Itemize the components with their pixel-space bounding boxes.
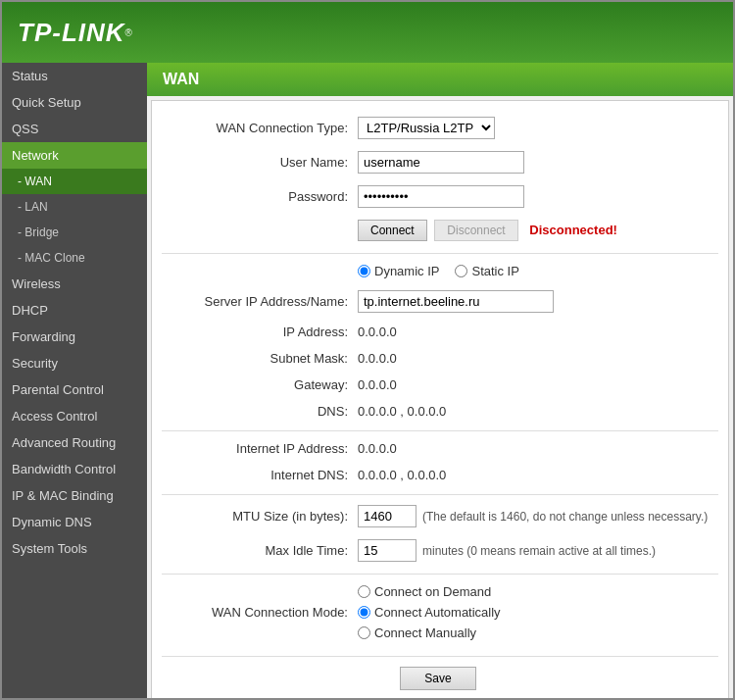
main-content: WAN WAN Connection Type: L2TP/Russia L2T… xyxy=(147,63,733,698)
mode-auto-label[interactable]: Connect Automatically xyxy=(358,605,501,620)
sidebar-item-wan[interactable]: - WAN xyxy=(2,169,147,194)
mode-manual-radio[interactable] xyxy=(358,626,370,639)
sidebar-item-ip-mac-binding[interactable]: IP & MAC Binding xyxy=(2,482,147,509)
sidebar-item-dynamic-dns[interactable]: Dynamic DNS xyxy=(2,509,147,535)
ip-address-label: IP Address: xyxy=(162,325,358,339)
connect-buttons: Connect Disconnect Disconnected! xyxy=(358,220,617,241)
logo: TP-LINK xyxy=(18,18,125,48)
disconnected-status: Disconnected! xyxy=(529,223,617,237)
wan-mode-options: Connect on Demand Connect Automatically xyxy=(358,584,501,640)
ip-address-value: 0.0.0.0 xyxy=(358,325,397,339)
sidebar-item-access-control[interactable]: Access Control xyxy=(2,403,147,429)
idle-note: minutes (0 means remain active at all ti… xyxy=(422,544,656,558)
mode-on-demand-label[interactable]: Connect on Demand xyxy=(358,584,501,599)
mode-auto-radio[interactable] xyxy=(358,606,370,619)
wan-type-row: WAN Connection Type: L2TP/Russia L2TP xyxy=(162,117,718,139)
password-label: Password: xyxy=(162,189,358,204)
save-row: Save xyxy=(162,656,718,690)
ip-type-group: Dynamic IP Static IP xyxy=(162,264,718,278)
header: TP-LINK® xyxy=(2,2,733,63)
sidebar-item-wireless[interactable]: Wireless xyxy=(2,271,147,297)
internet-ip-label: Internet IP Address: xyxy=(162,441,358,456)
wan-type-value: L2TP/Russia L2TP xyxy=(358,117,495,139)
subnet-mask-value: 0.0.0.0 xyxy=(358,351,397,366)
sidebar-item-mac-clone[interactable]: - MAC Clone xyxy=(2,245,147,271)
sidebar-item-bandwidth-control[interactable]: Bandwidth Control xyxy=(2,456,147,482)
sidebar-item-status[interactable]: Status xyxy=(2,63,147,89)
sidebar-item-parental-control[interactable]: Parental Control xyxy=(2,376,147,403)
sidebar-item-lan[interactable]: - LAN xyxy=(2,194,147,220)
server-ip-row: Server IP Address/Name: xyxy=(162,290,718,313)
subnet-mask-row: Subnet Mask: 0.0.0.0 xyxy=(162,351,718,366)
save-button[interactable]: Save xyxy=(400,667,475,690)
body-area: StatusQuick SetupQSSNetwork- WAN- LAN- B… xyxy=(2,63,733,698)
wan-type-label: WAN Connection Type: xyxy=(162,121,358,135)
sidebar-item-quick-setup[interactable]: Quick Setup xyxy=(2,89,147,116)
dynamic-ip-label[interactable]: Dynamic IP xyxy=(358,264,439,278)
sidebar-item-advanced-routing[interactable]: Advanced Routing xyxy=(2,429,147,456)
dns-row: DNS: 0.0.0.0 , 0.0.0.0 xyxy=(162,404,718,419)
idle-row: Max Idle Time: minutes (0 means remain a… xyxy=(162,539,718,562)
sidebar-item-dhcp[interactable]: DHCP xyxy=(2,297,147,324)
wan-mode-row: WAN Connection Mode: Connect on Demand xyxy=(162,584,718,640)
sidebar-item-security[interactable]: Security xyxy=(2,350,147,376)
mtu-note: (The default is 1460, do not change unle… xyxy=(422,510,708,524)
gateway-value: 0.0.0.0 xyxy=(358,377,397,392)
mtu-input[interactable] xyxy=(358,505,416,527)
server-ip-input[interactable] xyxy=(358,290,554,313)
gateway-row: Gateway: 0.0.0.0 xyxy=(162,377,718,392)
username-row: User Name: xyxy=(162,151,718,174)
mtu-row: MTU Size (in bytes): (The default is 146… xyxy=(162,505,718,527)
disconnect-button: Disconnect xyxy=(434,220,517,241)
server-ip-label: Server IP Address/Name: xyxy=(162,294,358,309)
internet-ip-row: Internet IP Address: 0.0.0.0 xyxy=(162,441,718,456)
idle-label: Max Idle Time: xyxy=(162,543,358,558)
static-ip-label[interactable]: Static IP xyxy=(455,264,518,278)
content-area: WAN Connection Type: L2TP/Russia L2TP Us… xyxy=(151,100,729,698)
sidebar-item-qss[interactable]: QSS xyxy=(2,116,147,142)
wan-type-select[interactable]: L2TP/Russia L2TP xyxy=(358,117,495,139)
username-label: User Name: xyxy=(162,155,358,170)
static-ip-radio[interactable] xyxy=(455,265,467,277)
internet-dns-label: Internet DNS: xyxy=(162,468,358,482)
gateway-label: Gateway: xyxy=(162,377,358,392)
page-title: WAN xyxy=(147,63,733,96)
sidebar: StatusQuick SetupQSSNetwork- WAN- LAN- B… xyxy=(2,63,147,698)
mtu-label: MTU Size (in bytes): xyxy=(162,509,358,524)
internet-ip-value: 0.0.0.0 xyxy=(358,441,397,456)
password-input[interactable] xyxy=(358,185,524,208)
mode-manual-label[interactable]: Connect Manually xyxy=(358,625,501,640)
dns-value: 0.0.0.0 , 0.0.0.0 xyxy=(358,404,446,419)
wan-mode-label: WAN Connection Mode: xyxy=(162,605,358,620)
username-input[interactable] xyxy=(358,151,524,174)
ip-address-row: IP Address: 0.0.0.0 xyxy=(162,325,718,339)
subnet-mask-label: Subnet Mask: xyxy=(162,351,358,366)
internet-dns-value: 0.0.0.0 , 0.0.0.0 xyxy=(358,468,446,482)
logo-symbol: ® xyxy=(125,27,132,38)
dynamic-ip-radio[interactable] xyxy=(358,265,370,277)
sidebar-item-system-tools[interactable]: System Tools xyxy=(2,535,147,562)
dns-label: DNS: xyxy=(162,404,358,419)
sidebar-item-forwarding[interactable]: Forwarding xyxy=(2,324,147,350)
sidebar-item-network[interactable]: Network xyxy=(2,142,147,169)
password-row: Password: xyxy=(162,185,718,208)
idle-input[interactable] xyxy=(358,539,416,562)
sidebar-item-bridge[interactable]: - Bridge xyxy=(2,220,147,245)
internet-dns-row: Internet DNS: 0.0.0.0 , 0.0.0.0 xyxy=(162,468,718,482)
connect-button[interactable]: Connect xyxy=(358,220,427,241)
mode-on-demand-radio[interactable] xyxy=(358,585,370,598)
connect-row: Connect Disconnect Disconnected! xyxy=(162,220,718,241)
